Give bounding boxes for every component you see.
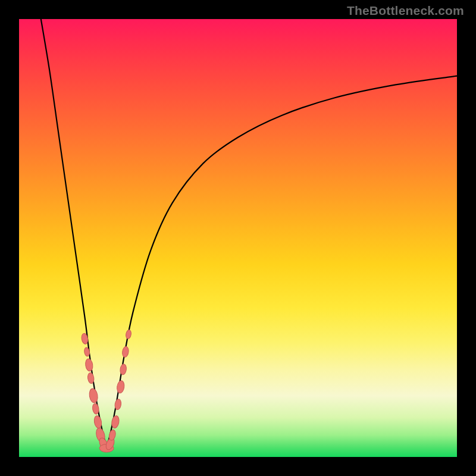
left-branch-curve [41, 19, 107, 448]
curve-layer [19, 19, 457, 457]
bead-marker [120, 364, 127, 375]
bead-marker [114, 399, 122, 410]
outer-frame: TheBottleneck.com [0, 0, 476, 476]
watermark-text: TheBottleneck.com [347, 4, 464, 18]
right-branch-curve [107, 76, 457, 449]
bead-marker [121, 346, 129, 358]
bead-marker [87, 372, 95, 384]
bead-marker [116, 380, 125, 394]
bead-marker [92, 403, 99, 414]
plot-area [19, 19, 457, 457]
bead-marker [126, 330, 132, 339]
bead-marker [84, 358, 93, 372]
